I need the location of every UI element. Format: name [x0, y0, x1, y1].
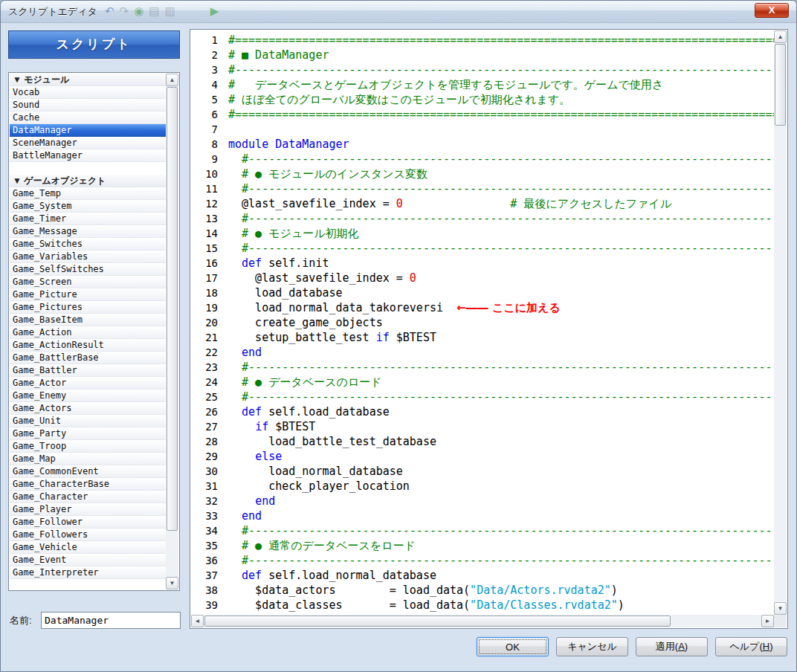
script-list-item[interactable]: Game_Enemy: [10, 390, 166, 402]
script-list-item[interactable]: Game_Action: [10, 326, 166, 339]
script-list-item[interactable]: Game_Event: [10, 554, 166, 566]
line-number: 1: [196, 33, 218, 48]
script-list-item[interactable]: Game_Picture: [10, 288, 166, 301]
apply-button[interactable]: 適用(A): [636, 637, 708, 656]
script-list[interactable]: ▼ モジュールVocabSoundCacheDataManagerSceneMa…: [8, 72, 180, 591]
script-list-item[interactable]: Game_BattlerBase: [10, 352, 166, 364]
script-list-item[interactable]: Game_Actors: [10, 402, 166, 415]
line-number: 34: [196, 523, 218, 538]
code-line: 22 end: [196, 345, 774, 360]
line-number: 25: [196, 390, 218, 404]
script-list-item[interactable]: Game_Temp: [10, 187, 166, 200]
editor-vertical-scrollbar[interactable]: ▲ ▼: [774, 30, 787, 615]
playtest-icon: ▶: [210, 4, 219, 19]
script-editor-window: スクリプトエディタ ↶↷◉▤▥▶ X スクリプト ▼ モジュールVocabSou…: [0, 0, 797, 672]
scroll-up-button[interactable]: ▲: [774, 30, 787, 43]
line-number: 19: [196, 300, 218, 315]
script-list-item[interactable]: Game_Screen: [10, 276, 166, 288]
script-list-item[interactable]: Sound: [10, 99, 166, 112]
resource-icon: ▥: [164, 4, 175, 19]
script-list-item[interactable]: SceneManager: [10, 137, 166, 149]
script-list-item[interactable]: Game_Unit: [10, 415, 166, 427]
list-spacer: [10, 162, 166, 175]
code-line: 24 # ● データベースのロード: [196, 375, 774, 390]
help-button[interactable]: ヘルプ(H): [715, 637, 787, 656]
script-list-item[interactable]: Game_Vehicle: [10, 541, 166, 554]
dialog-buttons: OKキャンセル適用(A)ヘルプ(H): [477, 637, 787, 656]
scroll-thumb[interactable]: [167, 87, 178, 531]
line-number: 7: [196, 122, 218, 137]
line-number: 4: [196, 77, 218, 92]
scroll-up-button[interactable]: ▲: [166, 74, 178, 86]
line-number: 20: [196, 315, 218, 330]
scroll-right-button[interactable]: ►: [761, 615, 774, 627]
scroll-down-button[interactable]: ▼: [166, 577, 178, 589]
script-list-item[interactable]: Game_Player: [10, 503, 166, 516]
script-list-item[interactable]: Game_System: [10, 200, 166, 213]
script-list-item[interactable]: Game_Party: [10, 427, 166, 440]
globe-icon: ◉: [134, 4, 143, 19]
cancel-button[interactable]: キャンセル: [556, 637, 628, 656]
script-group-header[interactable]: ▼ モジュール: [10, 74, 166, 86]
line-number: 24: [196, 375, 218, 390]
code-line: 16 def self.init: [196, 256, 774, 271]
line-number: 39: [196, 598, 218, 613]
script-list-item[interactable]: Game_CharacterBase: [10, 478, 166, 491]
code-line: 38 $data_actors = load_data("Data/Actors…: [196, 583, 774, 598]
code-line: 21 setup_battle_test if $BTEST: [196, 330, 774, 345]
line-number: 35: [196, 538, 218, 553]
script-list-item[interactable]: Vocab: [10, 86, 166, 99]
line-number: 36: [196, 553, 218, 568]
script-list-item[interactable]: Game_Timer: [10, 213, 166, 225]
script-list-item[interactable]: Game_Character: [10, 491, 166, 503]
line-number: 17: [196, 271, 218, 285]
script-group-header[interactable]: ▼ ゲームオブジェクト: [10, 175, 166, 187]
script-list-item[interactable]: Game_BaseItem: [10, 314, 166, 326]
script-list-item[interactable]: Game_CommonEvent: [10, 465, 166, 478]
script-list-item[interactable]: Game_Interpreter: [10, 566, 166, 579]
scroll-thumb[interactable]: [775, 44, 786, 126]
code-line: 9 #-------------------------------------…: [196, 152, 774, 167]
line-number: 10: [196, 167, 218, 181]
line-number: 38: [196, 583, 218, 598]
code-line: 26 def self.load_database: [196, 404, 774, 419]
script-list-item[interactable]: BattleManager: [10, 149, 166, 162]
script-name-input[interactable]: [41, 612, 181, 629]
window-title: スクリプトエディタ: [8, 5, 97, 19]
code-editor[interactable]: 1#======================================…: [191, 30, 774, 615]
script-list-item[interactable]: Game_Message: [10, 225, 166, 238]
script-list-item[interactable]: Cache: [10, 112, 166, 124]
line-number: 15: [196, 241, 218, 256]
line-number: 27: [196, 419, 218, 434]
titlebar[interactable]: スクリプトエディタ ↶↷◉▤▥▶ X: [1, 1, 796, 23]
script-list-item[interactable]: Game_ActionResult: [10, 339, 166, 352]
script-list-item[interactable]: Game_SelfSwitches: [10, 263, 166, 276]
script-list-item[interactable]: Game_Switches: [10, 238, 166, 251]
script-list-item[interactable]: Game_Followers: [10, 529, 166, 541]
list-scrollbar[interactable]: ▲ ▼: [166, 74, 178, 589]
ok-button[interactable]: OK: [477, 637, 549, 656]
script-list-item[interactable]: Game_Follower: [10, 516, 166, 529]
script-list-item[interactable]: Game_Map: [10, 453, 166, 465]
script-list-item[interactable]: Game_Variables: [10, 251, 166, 263]
script-list-item[interactable]: Game_Troop: [10, 440, 166, 453]
line-number: 21: [196, 330, 218, 345]
code-line: 12 @last_savefile_index = 0 # 最後にアクセスしたフ…: [196, 196, 774, 211]
line-number: 9: [196, 152, 218, 167]
line-number: 28: [196, 434, 218, 449]
script-list-item[interactable]: Game_Battler: [10, 364, 166, 377]
editor-horizontal-scrollbar[interactable]: ◄ ►: [191, 615, 774, 627]
line-number: 12: [196, 196, 218, 211]
script-list-item[interactable]: Game_Pictures: [10, 301, 166, 314]
line-number: 29: [196, 449, 218, 464]
script-list-item-selected[interactable]: DataManager: [10, 124, 166, 137]
close-button[interactable]: X: [755, 3, 789, 18]
script-list-item[interactable]: Game_Actor: [10, 377, 166, 390]
scroll-down-button[interactable]: ▼: [774, 602, 787, 615]
line-number: 31: [196, 479, 218, 494]
scroll-left-button[interactable]: ◄: [191, 615, 204, 627]
editor-panel: 1#======================================…: [190, 29, 788, 629]
code-line: 5# ほぼ全てのグローバル変数はこのモジュールで初期化されます。: [196, 92, 774, 107]
scroll-thumb[interactable]: [204, 616, 671, 627]
add-here-annotation: ←―― ここに加える: [456, 301, 561, 314]
